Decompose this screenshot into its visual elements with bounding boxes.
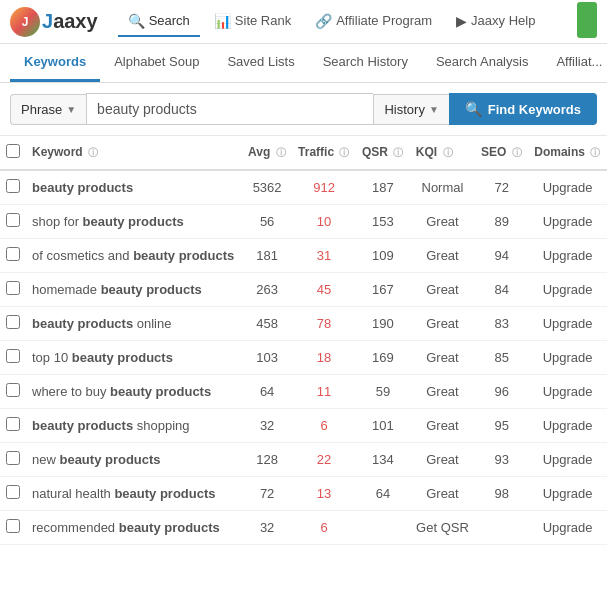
- seo-cell: 96: [475, 375, 528, 409]
- nav-search[interactable]: 🔍 Search: [118, 7, 200, 37]
- tab-search-analysis[interactable]: Search Analysis: [422, 44, 543, 82]
- domains-cell[interactable]: Upgrade: [528, 443, 607, 477]
- domains-cell[interactable]: Upgrade: [528, 477, 607, 511]
- traffic-cell: 18: [292, 341, 356, 375]
- kqi-cell[interactable]: Get QSR: [410, 511, 475, 545]
- row-checkbox[interactable]: [6, 485, 20, 499]
- row-checkbox[interactable]: [6, 417, 20, 431]
- traffic-cell: 912: [292, 170, 356, 205]
- search-input[interactable]: [86, 93, 373, 125]
- row-checkbox[interactable]: [6, 213, 20, 227]
- kqi-cell: Great: [410, 273, 475, 307]
- select-all-checkbox[interactable]: [6, 144, 20, 158]
- avg-cell: 5362: [242, 170, 292, 205]
- find-button-label: Find Keywords: [488, 102, 581, 117]
- table-row: of cosmetics and beauty products18131109…: [0, 239, 607, 273]
- seo-cell: 98: [475, 477, 528, 511]
- domains-cell[interactable]: Upgrade: [528, 205, 607, 239]
- seo-cell: 89: [475, 205, 528, 239]
- tab-saved-lists[interactable]: Saved Lists: [213, 44, 308, 82]
- seo-cell: 94: [475, 239, 528, 273]
- keyword-cell: beauty products shopping: [26, 409, 242, 443]
- seo-cell: [475, 511, 528, 545]
- history-dropdown[interactable]: History ▼: [373, 94, 448, 125]
- keyword-cell: new beauty products: [26, 443, 242, 477]
- nav-search-label: Search: [149, 13, 190, 28]
- seo-cell: 93: [475, 443, 528, 477]
- domains-cell[interactable]: Upgrade: [528, 273, 607, 307]
- avg-cell: 64: [242, 375, 292, 409]
- tab-alphabet-soup[interactable]: Alphabet Soup: [100, 44, 213, 82]
- avg-cell: 72: [242, 477, 292, 511]
- nav-site-rank[interactable]: 📊 Site Rank: [204, 7, 301, 37]
- domains-cell[interactable]: Upgrade: [528, 170, 607, 205]
- qsr-cell: 169: [356, 341, 410, 375]
- header-kqi[interactable]: KQI ⓘ: [410, 136, 475, 170]
- qsr-cell: [356, 511, 410, 545]
- nav-help[interactable]: ▶ Jaaxy Help: [446, 7, 545, 37]
- domains-cell[interactable]: Upgrade: [528, 511, 607, 545]
- green-action-button[interactable]: [577, 2, 597, 38]
- header-traffic[interactable]: Traffic ⓘ: [292, 136, 356, 170]
- qsr-cell: 64: [356, 477, 410, 511]
- keyword-cell: homemade beauty products: [26, 273, 242, 307]
- avg-cell: 458: [242, 307, 292, 341]
- nav-help-label: Jaaxy Help: [471, 13, 535, 28]
- row-checkbox[interactable]: [6, 349, 20, 363]
- tab-affiliate[interactable]: Affiliat...: [542, 44, 607, 82]
- domains-cell[interactable]: Upgrade: [528, 409, 607, 443]
- table-row: beauty products online45878190Great83Upg…: [0, 307, 607, 341]
- phrase-dropdown-arrow: ▼: [66, 104, 76, 115]
- nav-site-rank-label: Site Rank: [235, 13, 291, 28]
- row-checkbox[interactable]: [6, 519, 20, 533]
- search-bar: Phrase ▼ History ▼ 🔍 Find Keywords: [0, 83, 607, 136]
- domains-cell[interactable]: Upgrade: [528, 307, 607, 341]
- history-label: History: [384, 102, 424, 117]
- logo-circle: J: [10, 7, 40, 37]
- header-domains[interactable]: Domains ⓘ: [528, 136, 607, 170]
- find-keywords-button[interactable]: 🔍 Find Keywords: [449, 93, 597, 125]
- row-checkbox[interactable]: [6, 281, 20, 295]
- seo-cell: 83: [475, 307, 528, 341]
- header-qsr[interactable]: QSR ⓘ: [356, 136, 410, 170]
- kqi-cell: Great: [410, 375, 475, 409]
- avg-sort-icon: ⓘ: [276, 147, 286, 158]
- domains-cell[interactable]: Upgrade: [528, 239, 607, 273]
- row-checkbox[interactable]: [6, 179, 20, 193]
- table-row: where to buy beauty products641159Great9…: [0, 375, 607, 409]
- traffic-cell: 10: [292, 205, 356, 239]
- qsr-sort-icon: ⓘ: [393, 147, 403, 158]
- nav-affiliate[interactable]: 🔗 Affiliate Program: [305, 7, 442, 37]
- header-seo[interactable]: SEO ⓘ: [475, 136, 528, 170]
- qsr-cell: 167: [356, 273, 410, 307]
- tab-search-history[interactable]: Search History: [309, 44, 422, 82]
- logo[interactable]: J Jaaxy: [10, 7, 98, 37]
- top-nav-items: 🔍 Search 📊 Site Rank 🔗 Affiliate Program…: [118, 7, 546, 37]
- row-checkbox[interactable]: [6, 315, 20, 329]
- keyword-cell: beauty products: [26, 170, 242, 205]
- domains-cell[interactable]: Upgrade: [528, 341, 607, 375]
- traffic-cell: 11: [292, 375, 356, 409]
- search-nav-icon: 🔍: [128, 13, 145, 29]
- seo-cell: 84: [475, 273, 528, 307]
- kqi-cell: Great: [410, 443, 475, 477]
- domains-cell[interactable]: Upgrade: [528, 375, 607, 409]
- keyword-cell: natural health beauty products: [26, 477, 242, 511]
- phrase-dropdown[interactable]: Phrase ▼: [10, 94, 86, 125]
- row-checkbox[interactable]: [6, 383, 20, 397]
- phrase-label: Phrase: [21, 102, 62, 117]
- tab-keywords[interactable]: Keywords: [10, 44, 100, 82]
- table-row: shop for beauty products5610153Great89Up…: [0, 205, 607, 239]
- avg-cell: 56: [242, 205, 292, 239]
- header-avg[interactable]: Avg ⓘ: [242, 136, 292, 170]
- kqi-cell: Great: [410, 341, 475, 375]
- kqi-cell: Great: [410, 477, 475, 511]
- keyword-cell: top 10 beauty products: [26, 341, 242, 375]
- traffic-sort-icon: ⓘ: [339, 147, 349, 158]
- row-checkbox[interactable]: [6, 247, 20, 261]
- row-checkbox[interactable]: [6, 451, 20, 465]
- table-row: homemade beauty products26345167Great84U…: [0, 273, 607, 307]
- header-keyword[interactable]: Keyword ⓘ: [26, 136, 242, 170]
- tab-bar: Keywords Alphabet Soup Saved Lists Searc…: [0, 44, 607, 83]
- qsr-cell: 59: [356, 375, 410, 409]
